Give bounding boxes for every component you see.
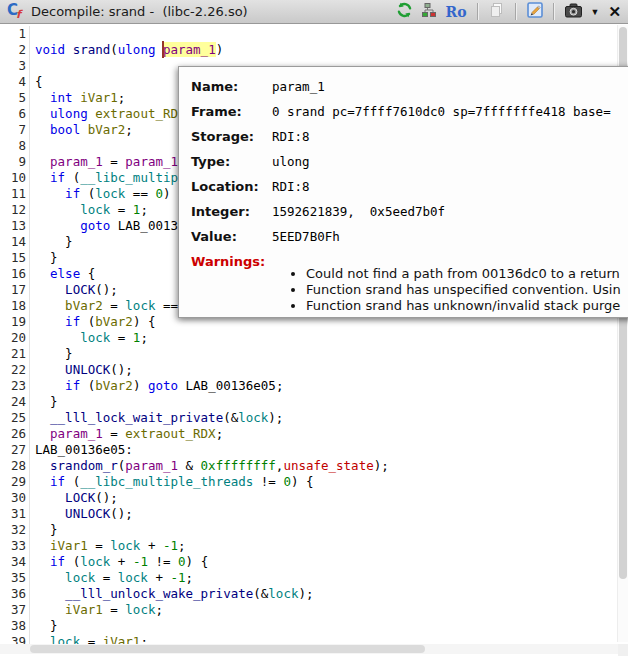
- line-number: 35: [0, 570, 30, 586]
- close-button[interactable]: ✕: [607, 2, 622, 22]
- code-line[interactable]: 28 srandom_r(param_1 & 0xffffffff,unsafe…: [0, 458, 389, 474]
- code-line[interactable]: 22 UNLOCK();: [0, 362, 389, 378]
- code-line-text[interactable]: lock = 1;: [30, 202, 148, 218]
- snapshot-button[interactable]: [564, 2, 583, 22]
- warning-item: Function srand has unspecified conventio…: [306, 282, 621, 298]
- line-number: 33: [0, 538, 30, 554]
- code-line-text[interactable]: [30, 26, 35, 42]
- line-number: 29: [0, 474, 30, 490]
- copy-button[interactable]: [488, 2, 506, 22]
- code-line[interactable]: 34 if (lock + -1 != 0) {: [0, 554, 389, 570]
- code-line-text[interactable]: LOCK();: [30, 282, 118, 298]
- refresh-button[interactable]: [395, 2, 414, 22]
- tooltip-row-value: 5EED7B0Fh: [272, 229, 340, 244]
- line-number: 18: [0, 298, 30, 314]
- code-line-text[interactable]: void srand(ulong param_1): [30, 42, 223, 58]
- toolbar-separator: [553, 3, 555, 20]
- line-number: 2: [0, 42, 30, 58]
- line-number: 31: [0, 506, 30, 522]
- line-number: 25: [0, 410, 30, 426]
- code-line[interactable]: 26 param_1 = extraout_RDX;: [0, 426, 389, 442]
- toolbar-separator: [477, 3, 479, 20]
- code-line[interactable]: 1: [0, 26, 389, 42]
- line-number: 14: [0, 234, 30, 250]
- code-line-text[interactable]: }: [30, 250, 58, 266]
- code-line[interactable]: 25 __lll_lock_wait_private(&lock);: [0, 410, 389, 426]
- code-line-text[interactable]: ulong extraout_RDX;: [30, 106, 193, 122]
- line-number: 30: [0, 490, 30, 506]
- code-line-text[interactable]: [30, 58, 35, 74]
- line-number: 6: [0, 106, 30, 122]
- code-line-text[interactable]: }: [30, 522, 58, 538]
- code-line-text[interactable]: {: [30, 74, 43, 90]
- code-line-text[interactable]: else {: [30, 266, 95, 282]
- code-line[interactable]: 38 }: [0, 618, 389, 634]
- code-line[interactable]: 2void srand(ulong param_1): [0, 42, 389, 58]
- line-number: 23: [0, 378, 30, 394]
- code-line-text[interactable]: UNLOCK();: [30, 362, 133, 378]
- code-line-text[interactable]: }: [30, 618, 58, 634]
- line-number: 8: [0, 138, 30, 154]
- tooltip-row-label: Value:: [191, 229, 272, 244]
- code-line-text[interactable]: if (bVar2) {: [30, 314, 155, 330]
- toolbar-separator: [515, 3, 517, 20]
- horizontal-scrollbar[interactable]: [0, 644, 618, 654]
- code-line-text[interactable]: UNLOCK();: [30, 506, 133, 522]
- line-number: 20: [0, 330, 30, 346]
- graph-button[interactable]: [421, 2, 438, 22]
- rename-variable-button[interactable]: Ro: [445, 2, 468, 22]
- code-line[interactable]: 33 iVar1 = lock + -1;: [0, 538, 389, 554]
- horizontal-scrollbar-thumb[interactable]: [30, 645, 425, 653]
- code-line[interactable]: 20 lock = 1;: [0, 330, 389, 346]
- code-line-text[interactable]: if (__libc_multiple_threads != 0) {: [30, 474, 314, 490]
- code-line[interactable]: 30 LOCK();: [0, 490, 389, 506]
- code-line-text[interactable]: }: [30, 394, 58, 410]
- tooltip-rows: Name:param_1Frame:0 srand pc=7ffff7610dc…: [191, 74, 628, 249]
- code-line-text[interactable]: __lll_unlock_wake_private(&lock);: [30, 586, 314, 602]
- edit-pencil-icon: [527, 2, 543, 21]
- code-line[interactable]: 32 }: [0, 522, 389, 538]
- tooltip-row-value: RDI:8: [272, 179, 310, 194]
- code-line-text[interactable]: __lll_lock_wait_private(&lock);: [30, 410, 283, 426]
- code-line-text[interactable]: LAB_00136e05:: [30, 442, 133, 458]
- code-line[interactable]: 31 UNLOCK();: [0, 506, 389, 522]
- code-line[interactable]: 29 if (__libc_multiple_threads != 0) {: [0, 474, 389, 490]
- code-line-text[interactable]: bVar2 = lock == 0;: [30, 298, 201, 314]
- tooltip-row-label: Storage:: [191, 129, 272, 144]
- code-line[interactable]: 21 }: [0, 346, 389, 362]
- code-line-text[interactable]: iVar1 = lock + -1;: [30, 538, 186, 554]
- tooltip-row-value: 1592621839, 0x5eed7b0f: [272, 204, 445, 219]
- code-line-text[interactable]: iVar1 = lock;: [30, 602, 163, 618]
- tooltip-row-value: param_1: [272, 79, 325, 94]
- code-line-text[interactable]: if (lock == 0) {: [30, 186, 186, 202]
- code-line-text[interactable]: param_1 = extraout_RDX;: [30, 426, 223, 442]
- code-line-text[interactable]: bool bVar2;: [30, 122, 133, 138]
- code-line-text[interactable]: if (lock + -1 != 0) {: [30, 554, 208, 570]
- code-line-text[interactable]: lock = lock + -1;: [30, 570, 193, 586]
- edit-button[interactable]: [526, 2, 544, 22]
- code-line[interactable]: 36 __lll_unlock_wake_private(&lock);: [0, 586, 389, 602]
- code-line-text[interactable]: LOCK();: [30, 490, 118, 506]
- dropdown-menu-button[interactable]: ▼: [590, 2, 601, 22]
- chevron-down-icon: ▼: [591, 7, 600, 17]
- tooltip-warnings-row: Warnings: Could not find a path from 001…: [191, 254, 628, 314]
- titlebar[interactable]: Cf Decompile: srand - (libc-2.26.so): [0, 0, 628, 24]
- code-line-text[interactable]: }: [30, 346, 73, 362]
- code-line-text[interactable]: srandom_r(param_1 & 0xffffffff,unsafe_st…: [30, 458, 389, 474]
- code-line-text[interactable]: if (bVar2) goto LAB_00136e05;: [30, 378, 283, 394]
- tooltip-row-label: Integer:: [191, 204, 272, 219]
- code-line[interactable]: 35 lock = lock + -1;: [0, 570, 389, 586]
- line-number: 5: [0, 90, 30, 106]
- code-line-text[interactable]: }: [30, 234, 73, 250]
- code-line[interactable]: 27LAB_00136e05:: [0, 442, 389, 458]
- line-number: 9: [0, 154, 30, 170]
- code-line-text[interactable]: lock = 1;: [30, 330, 148, 346]
- tooltip-row-label: Frame:: [191, 104, 272, 119]
- code-line[interactable]: 37 iVar1 = lock;: [0, 602, 389, 618]
- line-number: 24: [0, 394, 30, 410]
- code-line[interactable]: 24 }: [0, 394, 389, 410]
- tooltip-row: Location:RDI:8: [191, 174, 628, 199]
- code-line-text[interactable]: int iVar1;: [30, 90, 125, 106]
- code-line[interactable]: 23 if (bVar2) goto LAB_00136e05;: [0, 378, 389, 394]
- code-line-text[interactable]: [30, 138, 35, 154]
